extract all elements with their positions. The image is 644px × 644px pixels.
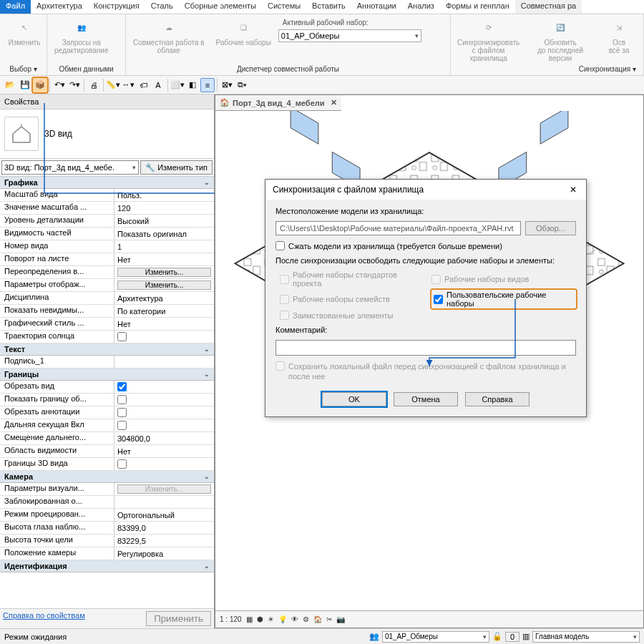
prop-disc-value[interactable]: Архитектура [114,292,214,304]
tab-file[interactable]: Файл [0,0,31,14]
section-text[interactable]: Текст⌄ [0,343,214,356]
prop-scope-value[interactable]: Нет [114,445,214,457]
tab-massing[interactable]: Формы и генплан [440,0,515,14]
prop-scale-value[interactable]: Польз. [114,189,214,201]
edit-type-button[interactable]: 🔧Изменить тип [140,160,213,175]
prop-scaleval-value[interactable]: 120 [114,202,214,214]
section-bounds[interactable]: Границы⌄ [0,369,214,381]
close-icon[interactable]: ✕ [567,184,579,195]
status-model-combo[interactable]: Главная модель▾ [532,631,640,643]
tab-steel[interactable]: Сталь [145,0,179,14]
prop-sub1-value[interactable] [114,356,214,368]
browse-button[interactable]: Обзор... [525,221,576,235]
qat-text-icon[interactable]: A [151,78,165,92]
crop-checkbox[interactable] [117,382,127,391]
vc-icon[interactable]: 👁 [291,615,298,623]
close-icon[interactable]: ✕ [331,98,337,107]
prop-campos-value[interactable]: Регулировка [114,547,214,560]
cloud-collab-button[interactable]: ☁Совместная работа в облаке [129,16,209,56]
qat-sync-icon[interactable]: 📦 [33,78,47,92]
annocrop-checkbox[interactable] [117,408,127,417]
qat-tag-icon[interactable]: 🏷 [136,78,150,92]
chk-family-worksets[interactable]: Рабочие наборы семейств [280,290,424,308]
compact-checkbox-row[interactable]: Сжать модели из хранилища (требуется бол… [275,241,576,250]
qat-save-icon[interactable]: 💾 [18,78,32,92]
tab-systems[interactable]: Системы [262,0,306,14]
prop-hidden-value[interactable]: По категории [114,305,214,317]
reload-button[interactable]: 🔄Обновить до последней версии [526,16,595,64]
compact-checkbox[interactable] [275,241,285,250]
qat-switch-icon[interactable]: ⧉▾ [235,78,249,92]
bbox-checkbox[interactable] [117,459,127,469]
qat-print-icon[interactable]: 🖨 [87,78,101,92]
prop-locked-value[interactable] [114,496,214,508]
qat-dim-icon[interactable]: ↔▾ [121,78,135,92]
status-workset-combo[interactable]: 01_АР_Обмеры▾ [382,631,489,643]
vc-icon[interactable]: ☀ [268,615,274,623]
comment-input[interactable] [275,340,576,356]
tab-insert[interactable]: Вставить [306,0,351,14]
modify-button[interactable]: ↖Изменить [3,16,46,48]
qat-redo-icon[interactable]: ↷▾ [67,78,82,92]
qat-undo-icon[interactable]: ↶▾ [52,78,67,92]
tab-analyze[interactable]: Анализ [402,0,440,14]
qat-open-icon[interactable]: 📂 [3,78,17,92]
apply-button[interactable]: Применить [146,611,211,626]
override-edit-button[interactable]: Изменить... [117,268,211,277]
vc-icon[interactable]: ✂ [326,615,332,623]
vc-icon[interactable]: ⚙ [303,615,309,623]
prop-rot-value[interactable]: Нет [114,253,214,265]
sync-button[interactable]: ⟳Синхронизировать с файлом хранилища [454,16,523,64]
instance-combo[interactable]: 3D вид: Порт_3д вид_4_мебе.▾ [1,160,139,175]
filter-icon[interactable]: ▥ [522,632,530,641]
chk-user-worksets[interactable]: Пользовательские рабочие наборы [431,290,576,308]
qat-measure-icon[interactable]: 📏▾ [106,78,120,92]
section-graphics[interactable]: Графика⌄ [0,177,214,189]
editable-icon[interactable]: 🔓 [492,632,502,641]
dispopts-edit-button[interactable]: Изменить... [117,280,211,290]
cancel-button[interactable]: Отмена [394,392,458,406]
editing-requests-button[interactable]: 👥Запросы на редактирование [50,16,113,56]
prop-parts-value[interactable]: Показать оригинал [114,228,214,240]
farclip-checkbox[interactable] [117,421,127,430]
chk-view-worksets[interactable]: Рабочие наборы видов [431,270,576,288]
vc-icon[interactable]: 💡 [278,615,287,623]
prop-detail-value[interactable]: Высокий [114,215,214,227]
tab-annot[interactable]: Аннотации [351,0,402,14]
chk-borrowed[interactable]: Заимствованные элементы [280,311,424,320]
ok-button[interactable]: OK [322,392,386,406]
prop-eye-value[interactable]: 83399,0 [114,522,214,534]
section-ident[interactable]: Идентификация⌄ [0,560,214,572]
qat-close-icon[interactable]: ⊠▾ [220,78,234,92]
qat-thinlines-icon[interactable]: ≡ [200,78,215,92]
tab-precast[interactable]: Сборные элементы [179,0,262,14]
prop-viewno-value[interactable]: 1 [114,240,214,253]
tab-collab[interactable]: Совместная ра [515,0,582,14]
properties-help-link[interactable]: Справка по свойствам [3,611,85,626]
prop-gstyle-value[interactable]: Нет [114,318,214,330]
save-local-row[interactable]: Сохранить локальный файл перед синхрониз… [275,361,576,382]
chk-project-standards[interactable]: Рабочие наборы стандартов проекта [280,270,424,288]
vc-icon[interactable]: ⬢ [257,615,263,623]
vc-icon[interactable]: 🏠 [313,615,322,623]
tab-struct[interactable]: Конструкция [88,0,145,14]
tab-arch[interactable]: Архитектура [31,0,88,14]
qat-section-icon[interactable]: ◧ [185,78,200,92]
sun-checkbox[interactable] [117,332,127,341]
help-button[interactable]: Справка [465,392,530,406]
prop-target-value[interactable]: 83229,5 [114,535,214,547]
view-tab[interactable]: 🏠Порт_3д вид_4_мебели✕ [220,98,337,107]
section-camera[interactable]: Камера⌄ [0,471,214,483]
prop-proj-value[interactable]: Ортогональный [114,509,214,521]
relinquish-button[interactable]: ⇲Осв всё за [597,16,640,64]
qat-3d-icon[interactable]: ⬜▾ [170,78,185,92]
active-workset-combo[interactable]: 01_АР_Обмеры▾ [278,29,421,42]
vc-icon[interactable]: ▦ [246,615,253,623]
cropvis-checkbox[interactable] [117,395,127,404]
user-worksets-checkbox[interactable] [434,295,443,304]
prop-faroff-value[interactable]: 304800,0 [114,432,214,444]
camparams-edit-button[interactable]: Изменить... [117,484,211,494]
central-path-field[interactable]: C:\Users\1\Desktop\Рабочие материалы\Фай… [275,221,521,235]
view-scale[interactable]: 1 : 120 [220,615,242,623]
worksets-button[interactable]: ❏Рабочие наборы [212,16,275,48]
